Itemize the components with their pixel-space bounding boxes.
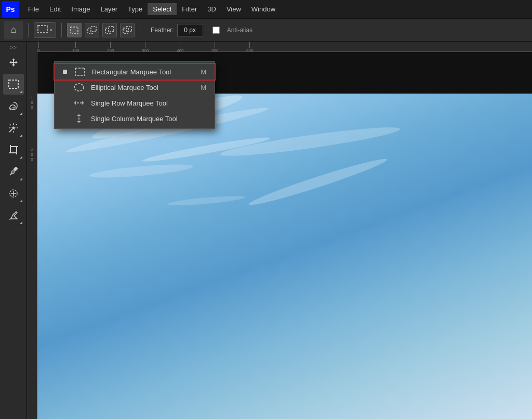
svg-rect-10 bbox=[9, 80, 18, 88]
tool-spot-expand-indicator bbox=[20, 200, 22, 202]
anti-alias-label: Anti-alias bbox=[227, 27, 252, 34]
sky-background bbox=[37, 94, 532, 419]
canvas-area: yellow-rape-field-on-blue-sky-background… bbox=[27, 42, 532, 419]
ruler-mark-200: 200 bbox=[107, 42, 114, 51]
tool-pen-expand-indicator bbox=[20, 221, 22, 224]
tool-magic-wand[interactable] bbox=[3, 117, 24, 138]
menu-type[interactable]: Type bbox=[123, 3, 148, 15]
ruler-corner bbox=[27, 42, 37, 52]
tool-magic-wand-expand-indicator bbox=[20, 134, 22, 137]
svg-rect-7 bbox=[126, 27, 131, 32]
ruler-mark-100: 100 bbox=[72, 42, 79, 51]
elliptical-marquee-shortcut: M bbox=[201, 84, 206, 91]
tool-lasso[interactable] bbox=[3, 96, 24, 116]
svg-point-25 bbox=[11, 171, 14, 174]
active-indicator bbox=[63, 70, 67, 74]
single-column-marquee-icon bbox=[73, 114, 85, 123]
options-bar: ⌂ ▾ Feather: bbox=[0, 19, 532, 42]
menu-file[interactable]: File bbox=[23, 3, 44, 15]
ruler-horizontal: 0 100 200 300 400 500 600 bbox=[37, 42, 532, 52]
menu-image[interactable]: Image bbox=[66, 3, 95, 15]
ruler-mark-600: 600 bbox=[246, 42, 253, 51]
svg-line-16 bbox=[10, 124, 11, 125]
menu-bar: Ps File Edit Image Layer Type Select Fil… bbox=[0, 0, 532, 19]
mode-subtract-selection[interactable] bbox=[102, 23, 117, 37]
single-column-marquee-label: Single Column Marquee Tool bbox=[91, 115, 190, 123]
svg-line-24 bbox=[10, 173, 12, 175]
svg-rect-1 bbox=[71, 27, 78, 33]
feather-input[interactable] bbox=[177, 24, 203, 36]
svg-line-17 bbox=[16, 124, 17, 125]
anti-alias-checkbox[interactable] bbox=[212, 27, 220, 34]
tool-pen[interactable] bbox=[3, 205, 24, 226]
elliptical-marquee-icon bbox=[73, 83, 85, 91]
single-row-marquee-icon bbox=[73, 99, 85, 107]
svg-rect-30 bbox=[75, 68, 85, 75]
image-canvas bbox=[37, 94, 532, 419]
toolbar: >> bbox=[0, 42, 27, 419]
tool-eyedropper[interactable] bbox=[3, 161, 24, 182]
ruler-mark-400: 400 bbox=[177, 42, 183, 51]
menu-window[interactable]: Window bbox=[246, 3, 281, 15]
single-row-marquee-label: Single Row Marquee Tool bbox=[91, 99, 190, 107]
svg-line-11 bbox=[9, 129, 12, 132]
tool-dropdown-menu: Rectangular Marquee Tool M Elliptical Ma… bbox=[54, 61, 215, 129]
home-button[interactable]: ⌂ bbox=[4, 21, 23, 40]
cloud-6 bbox=[247, 154, 389, 210]
separator-1 bbox=[28, 23, 29, 37]
svg-marker-18 bbox=[11, 126, 16, 130]
dropdown-item-rectangular-marquee[interactable]: Rectangular Marquee Tool M bbox=[55, 64, 215, 80]
menu-layer[interactable]: Layer bbox=[96, 3, 123, 15]
tool-marquee[interactable] bbox=[3, 74, 24, 95]
mode-intersect-selection[interactable] bbox=[120, 23, 135, 37]
svg-point-31 bbox=[74, 84, 84, 91]
toolbar-expand-button[interactable]: >> bbox=[4, 44, 23, 51]
menu-3d[interactable]: 3D bbox=[202, 3, 221, 15]
dropdown-item-single-column-marquee[interactable]: Single Column Marquee Tool bbox=[55, 111, 215, 126]
tool-crop[interactable] bbox=[3, 139, 24, 160]
ruler-h-marks: 0 100 200 300 400 500 600 bbox=[37, 42, 532, 51]
elliptical-marquee-label: Elliptical Marquee Tool bbox=[91, 84, 184, 91]
tool-eyedropper-expand-indicator bbox=[20, 178, 22, 180]
main-area: >> bbox=[0, 42, 532, 419]
separator-3 bbox=[140, 23, 140, 37]
tool-marquee-expand-indicator bbox=[20, 90, 22, 93]
feather-label: Feather: bbox=[151, 27, 174, 34]
ruler-vertical: 100 200 bbox=[27, 52, 37, 419]
svg-rect-3 bbox=[91, 27, 96, 32]
dashed-rect-tool-icon bbox=[37, 25, 48, 35]
rectangular-marquee-icon bbox=[74, 68, 86, 76]
tool-lasso-expand-indicator bbox=[20, 112, 22, 115]
rectangular-marquee-shortcut: M bbox=[201, 68, 206, 76]
separator-2 bbox=[61, 23, 62, 37]
tool-move[interactable] bbox=[3, 52, 24, 73]
rectangular-marquee-label: Rectangular Marquee Tool bbox=[92, 68, 184, 76]
ruler-mark-300: 300 bbox=[142, 42, 149, 51]
svg-rect-0 bbox=[38, 25, 47, 33]
menu-select[interactable]: Select bbox=[148, 3, 177, 15]
tool-spot-heal[interactable] bbox=[3, 183, 24, 204]
svg-marker-9 bbox=[9, 58, 18, 67]
ruler-mark-500: 500 bbox=[211, 42, 218, 51]
svg-rect-6 bbox=[123, 28, 128, 33]
dropdown-item-elliptical-marquee[interactable]: Elliptical Marquee Tool M bbox=[55, 80, 215, 95]
cloud-5 bbox=[89, 162, 194, 180]
ruler-mark-0: 0 bbox=[37, 42, 39, 51]
ps-logo[interactable]: Ps bbox=[2, 1, 19, 18]
cloud-7 bbox=[167, 194, 245, 207]
menu-view[interactable]: View bbox=[221, 3, 246, 15]
mode-new-selection[interactable] bbox=[67, 23, 82, 37]
chevron-down-icon: ▾ bbox=[50, 28, 52, 33]
ruler-v-mark-100: 100 bbox=[27, 96, 37, 110]
svg-rect-5 bbox=[109, 27, 114, 32]
ruler-v-mark-200: 200 bbox=[27, 148, 37, 162]
dropdown-item-single-row-marquee[interactable]: Single Row Marquee Tool bbox=[55, 95, 215, 111]
mode-add-selection[interactable] bbox=[85, 23, 99, 37]
menu-edit[interactable]: Edit bbox=[44, 3, 66, 15]
tool-selector-dropdown[interactable]: ▾ bbox=[34, 22, 56, 38]
menu-filter[interactable]: Filter bbox=[177, 3, 202, 15]
tool-crop-expand-indicator bbox=[20, 156, 22, 159]
